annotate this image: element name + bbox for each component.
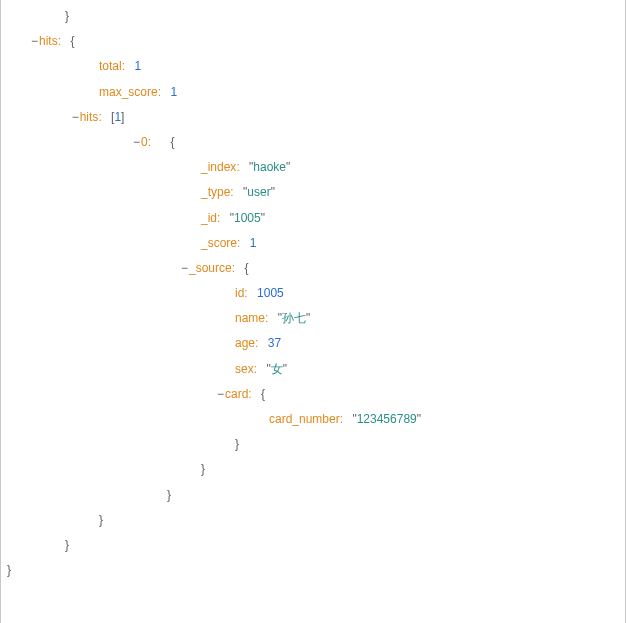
item-0-close: } [31,483,625,508]
collapse-icon[interactable]: − [217,387,224,401]
type-row: _type: "user" [31,180,625,205]
source-sex-row: sex: "女" [31,357,625,382]
id-row: _id: "1005" [31,206,625,231]
collapse-icon[interactable]: − [181,261,188,275]
hits-object-close: } [31,533,625,558]
hits-array-close: } [31,508,625,533]
stray-close-brace: } [31,4,625,29]
hits-object-open[interactable]: −hits: { [31,29,625,54]
hits-array-open[interactable]: −hits: [1] [31,105,625,130]
card-object-close: } [31,432,625,457]
index-row: _index: "haoke" [31,155,625,180]
card-object-open[interactable]: −card: { [31,382,625,407]
source-object-open[interactable]: −_source: { [31,256,625,281]
collapse-icon[interactable]: − [72,110,79,124]
root-close: } [7,558,625,583]
collapse-icon[interactable]: − [31,34,38,48]
score-row: _score: 1 [31,231,625,256]
source-name-row: name: "孙七" [31,306,625,331]
json-viewer: } −hits: { total: 1 max_score: 1 −hits: … [0,0,626,623]
card-number-row: card_number: "123456789" [31,407,625,432]
item-0-open[interactable]: −0: { [31,130,625,155]
total-row: total: 1 [31,54,625,79]
collapse-icon[interactable]: − [133,135,140,149]
source-object-close: } [31,457,625,482]
source-id-row: id: 1005 [31,281,625,306]
max-score-row: max_score: 1 [31,80,625,105]
source-age-row: age: 37 [31,331,625,356]
